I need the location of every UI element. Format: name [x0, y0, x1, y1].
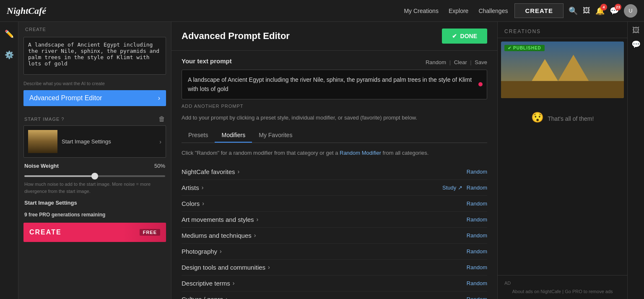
top-navigation: NightCafé My Creations Explore Challenge… [0, 0, 644, 22]
creation-card: ✔ PUBLISHED [501, 42, 624, 98]
about-ads-link[interactable]: About ads on NightCafe [512, 289, 561, 294]
help-icon[interactable]: ? [61, 117, 64, 122]
chat-right-icon[interactable]: 💬 [631, 40, 641, 49]
right-edge-panel: 🖼 💬 [627, 22, 644, 299]
category-artists[interactable]: Artists › Study ↗ Random [182, 180, 487, 196]
colors-random-link[interactable]: Random [467, 200, 487, 207]
photography-random-link[interactable]: Random [467, 248, 487, 255]
chat-icon[interactable]: 💬 23 [610, 6, 619, 16]
topnav-icon-group: 🔍 🖼 🔔 4 💬 23 U [569, 4, 637, 18]
chevron-right-icon: › [254, 232, 256, 239]
notifications-icon[interactable]: 🔔 4 [595, 6, 605, 16]
nav-my-creations[interactable]: My Creations [404, 8, 438, 14]
category-art-movements[interactable]: Art movements and styles › Random [182, 212, 487, 228]
create-free-button[interactable]: CREATE FREE [23, 223, 166, 242]
gallery-right-icon[interactable]: 🖼 [632, 26, 640, 35]
noise-weight-description: How much noise to add to the start image… [24, 181, 165, 195]
artists-random-link[interactable]: Random [467, 185, 487, 191]
all-done-message: 😯 That's all of them! [501, 101, 624, 133]
chevron-right-icon: › [159, 138, 161, 145]
prompt-input-display[interactable]: A landscape of Ancient Egypt including t… [182, 70, 487, 99]
icon-sidebar: ✏️ ⚙️ [0, 22, 18, 299]
art-movements-random-link[interactable]: Random [467, 216, 487, 223]
nav-links: My Creations Explore Challenges [404, 8, 508, 14]
nav-challenges[interactable]: Challenges [478, 8, 508, 14]
noise-weight-label: Noise Weight [24, 163, 59, 169]
noise-weight-value: 50% [154, 163, 165, 169]
chevron-right-icon: › [226, 296, 228, 299]
creation-image: ✔ PUBLISHED [501, 42, 624, 98]
delete-start-image-icon[interactable]: 🗑 [158, 115, 165, 123]
design-tools-label: Design tools and communities [182, 264, 265, 271]
tab-modifiers[interactable]: Modifiers [215, 128, 252, 143]
start-image-settings[interactable]: Start Image Settings › [23, 125, 166, 158]
descriptive-terms-random-link[interactable]: Random [467, 280, 487, 286]
add-another-prompt-button[interactable]: ADD ANOTHER PROMPT [182, 104, 487, 109]
done-button[interactable]: ✔ DONE [442, 29, 487, 44]
culture-genre-random-link[interactable]: Random [467, 296, 487, 299]
design-tools-random-link[interactable]: Random [467, 264, 487, 270]
editor-header: Advanced Prompt Editor ✔ DONE [171, 22, 497, 51]
pro-generations-remaining: 9 free PRO generations remaining [18, 210, 171, 221]
sidebar-settings-icon[interactable]: ⚙️ [2, 48, 16, 62]
start-image-settings-link[interactable]: Start Image Settings [18, 198, 171, 210]
published-badge: ✔ PUBLISHED [504, 45, 545, 51]
surprised-emoji: 😯 [531, 112, 544, 123]
gallery-icon[interactable]: 🖼 [583, 6, 590, 15]
prompt-textarea-container: A landscape of Ancient Egypt including t… [23, 37, 166, 76]
editor-title: Advanced Prompt Editor [182, 31, 290, 42]
ad-label: AD [504, 281, 621, 286]
tab-presets[interactable]: Presets [182, 128, 215, 143]
editor-body: Your text prompt Random | Clear | Save A… [171, 51, 497, 299]
prompt-indicator-dot [478, 82, 483, 86]
clear-prompt-link[interactable]: Clear [454, 59, 467, 65]
artists-study-link[interactable]: Study ↗ [442, 185, 462, 191]
descriptive-terms-label: Descriptive terms [182, 280, 230, 287]
ad-section: AD About ads on NightCafe | Go PRO to re… [498, 275, 627, 299]
create-button-label: CREATE [29, 229, 62, 236]
category-photography[interactable]: Photography › Random [182, 244, 487, 260]
nightcafe-favorites-random-link[interactable]: Random [467, 169, 487, 175]
chevron-right-icon: › [202, 200, 204, 207]
go-pro-link[interactable]: Go PRO to remove ads [565, 289, 613, 294]
ad-links: About ads on NightCafe | Go PRO to remov… [504, 289, 621, 294]
category-descriptive-terms[interactable]: Descriptive terms › Random [182, 276, 487, 291]
category-design-tools[interactable]: Design tools and communities › Random [182, 260, 487, 276]
check-icon: ✔ [508, 46, 512, 50]
advanced-prompt-editor-button[interactable]: Advanced Prompt Editor › [23, 90, 166, 106]
photography-label: Photography [182, 248, 217, 255]
mediums-techniques-random-link[interactable]: Random [467, 232, 487, 239]
chevron-right-icon: › [202, 184, 204, 191]
nav-explore[interactable]: Explore [449, 8, 468, 14]
chevron-right-icon: › [238, 168, 240, 175]
nightcafe-favorites-label: NightCafe favorites [182, 168, 235, 175]
culture-genre-label: Culture / genre [182, 296, 223, 299]
search-icon[interactable]: 🔍 [569, 6, 578, 16]
creations-list: ✔ PUBLISHED 😯 That's all of them! [498, 38, 627, 275]
prompt-textarea[interactable]: A landscape of Ancient Egypt including t… [23, 37, 166, 75]
prompt-label: Your text prompt [182, 57, 232, 65]
categories-list: NightCafe favorites › Random Artists › S… [182, 164, 487, 299]
center-panel: Advanced Prompt Editor ✔ DONE Your text … [171, 22, 497, 299]
all-done-text: That's all of them! [548, 115, 594, 122]
chat-badge: 23 [615, 4, 621, 10]
random-prompt-link[interactable]: Random [426, 59, 446, 65]
category-mediums-techniques[interactable]: Mediums and techniques › Random [182, 228, 487, 244]
colors-label: Colors [182, 200, 200, 207]
user-avatar[interactable]: U [624, 4, 637, 18]
sidebar-create-icon[interactable]: ✏️ [2, 27, 16, 41]
random-modifier-link[interactable]: Random Modifier [340, 150, 381, 156]
topnav-create-button[interactable]: CREATE [514, 3, 564, 18]
helper-text: Add to your prompt by clicking a preset … [182, 114, 487, 122]
category-culture-genre[interactable]: Culture / genre › Random [182, 291, 487, 299]
save-prompt-link[interactable]: Save [475, 59, 487, 65]
describe-hint: Describe what you want the AI to create [18, 79, 171, 88]
chevron-right-icon: › [158, 94, 160, 102]
tab-my-favorites[interactable]: My Favorites [252, 128, 299, 143]
category-nightcafe-favorites[interactable]: NightCafe favorites › Random [182, 164, 487, 180]
start-image-section-header: START IMAGE ? 🗑 [18, 111, 171, 125]
mediums-techniques-label: Mediums and techniques [182, 232, 252, 239]
chevron-right-icon: › [257, 216, 259, 223]
noise-weight-slider[interactable] [24, 175, 165, 177]
category-colors[interactable]: Colors › Random [182, 196, 487, 212]
